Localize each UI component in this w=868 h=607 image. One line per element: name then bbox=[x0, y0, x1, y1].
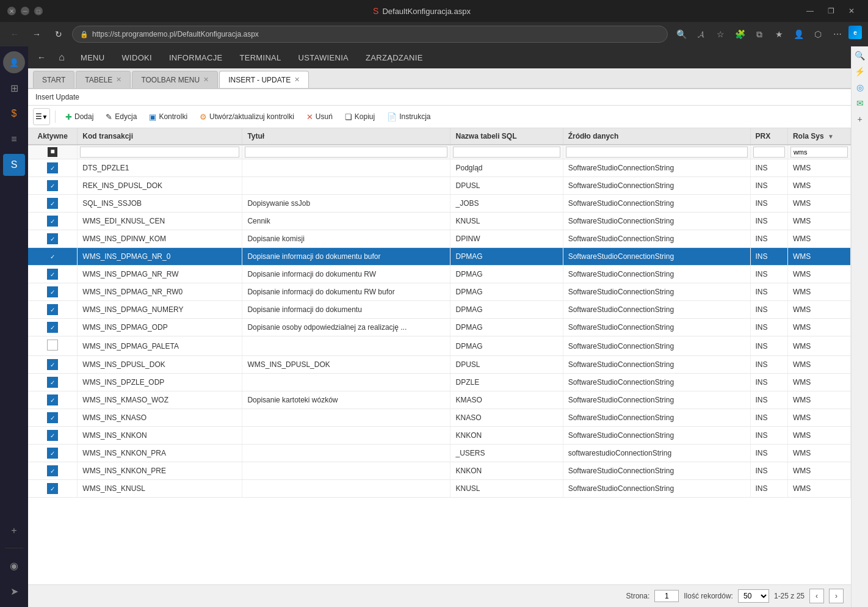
nav-home-btn[interactable]: ⌂ bbox=[52, 48, 71, 67]
maximize-window-btn[interactable]: □ bbox=[34, 7, 43, 15]
aktywne-checkbox[interactable]: ✓ bbox=[47, 216, 58, 227]
search-browser-btn[interactable]: 🔍 bbox=[673, 26, 690, 43]
tab-toolbar-close[interactable]: ✕ bbox=[203, 76, 209, 84]
sidebar-arrow-icon[interactable]: ➤ bbox=[3, 580, 25, 602]
utworz-button[interactable]: ⚙ Utwórz/aktualizuj kontrolki bbox=[195, 110, 299, 124]
rs-search-btn[interactable]: 🔍 bbox=[853, 49, 867, 62]
back-button[interactable]: ← bbox=[6, 26, 23, 43]
nav-widoki-item[interactable]: WIDOKI bbox=[114, 51, 159, 65]
rs-plus-btn[interactable]: + bbox=[853, 112, 867, 126]
edycja-button[interactable]: ✎ Edycja bbox=[101, 110, 142, 124]
table-row[interactable]: ✓WMS_INS_KNKONKNKONSoftwareStudioConnect… bbox=[28, 427, 851, 445]
aktywne-checkbox[interactable]: ✓ bbox=[47, 412, 58, 423]
extensions-btn[interactable]: 🧩 bbox=[731, 26, 748, 43]
table-row[interactable]: WMS_INS_DPMAG_PALETADPMAGSoftwareStudioC… bbox=[28, 336, 851, 356]
table-row[interactable]: ✓DTS_DPZLE1PodglądSoftwareStudioConnecti… bbox=[28, 159, 851, 177]
table-row[interactable]: ✓WMS_INS_KMASO_WOZDopisanie kartoteki wó… bbox=[28, 391, 851, 409]
nav-ustawienia-item[interactable]: USTAWIENIA bbox=[291, 51, 356, 65]
table-row[interactable]: ✓WMS_EDI_KNUSL_CENCennikKNUSLSoftwareStu… bbox=[28, 213, 851, 230]
aktywne-checkbox[interactable]: ✓ bbox=[47, 304, 58, 315]
kopiuj-button[interactable]: ❏ Kopiuj bbox=[340, 110, 380, 124]
split-view-btn[interactable]: ⧉ bbox=[751, 26, 768, 43]
profile-btn[interactable]: 👤 bbox=[790, 26, 807, 43]
instrukcja-button[interactable]: 📄 Instrukcja bbox=[382, 110, 435, 124]
aktywne-checkbox[interactable]: ✓ bbox=[47, 377, 58, 388]
filter-kod-input[interactable] bbox=[80, 147, 239, 158]
sidebar-avatar[interactable]: 👤 bbox=[3, 51, 25, 73]
sidebar-s-icon[interactable]: S bbox=[3, 154, 25, 176]
sidebar-grid-icon[interactable]: ⊞ bbox=[3, 77, 25, 99]
table-row[interactable]: ✓WMS_INS_DPMAG_NR_RW0Dopisanie informacj… bbox=[28, 283, 851, 301]
filter-zrodlo-input[interactable] bbox=[566, 147, 748, 158]
aktywne-checkbox[interactable]: ✓ bbox=[47, 251, 58, 262]
table-row[interactable]: ✓WMS_INS_KNUSLKNUSLSoftwareStudioConnect… bbox=[28, 480, 851, 498]
next-page-btn[interactable]: › bbox=[829, 589, 844, 603]
table-row[interactable]: ✓SQL_INS_SSJOBDopisywanie ssJob_JOBSSoft… bbox=[28, 195, 851, 213]
tab-toolbar-menu[interactable]: TOOLBAR MENU ✕ bbox=[132, 71, 218, 88]
table-row[interactable]: ✓WMS_INS_DPMAG_NUMERYDopisanie informacj… bbox=[28, 301, 851, 319]
aktywne-checkbox[interactable]: ✓ bbox=[47, 198, 58, 209]
table-row[interactable]: ✓WMS_INS_KNKON_PREKNKONSoftwareStudioCon… bbox=[28, 462, 851, 480]
filter-tytul-input[interactable] bbox=[245, 147, 447, 158]
minimize-window-btn[interactable]: ─ bbox=[21, 7, 29, 15]
aktywne-checkbox[interactable]: ✓ bbox=[47, 162, 58, 173]
filter-tabela-input[interactable] bbox=[453, 147, 560, 158]
aktywne-checkbox[interactable]: ✓ bbox=[47, 286, 58, 297]
prev-page-btn[interactable]: ‹ bbox=[809, 589, 824, 603]
nav-informacje-item[interactable]: INFORMACJE bbox=[162, 51, 230, 65]
table-row[interactable]: ✓REK_INS_DPUSL_DOKDPUSLSoftwareStudioCon… bbox=[28, 177, 851, 195]
rs-blue-btn[interactable]: ◎ bbox=[853, 81, 867, 94]
kontrolki-button[interactable]: ▣ Kontrolki bbox=[144, 110, 192, 124]
aktywne-checkbox[interactable]: ✓ bbox=[47, 483, 58, 494]
table-row[interactable]: ✓WMS_INS_DPUSL_DOKWMS_INS_DPUSL_DOKDPUSL… bbox=[28, 356, 851, 374]
nav-back-btn[interactable]: ← bbox=[33, 49, 50, 66]
page-number-input[interactable] bbox=[654, 590, 679, 602]
tab-insert-update[interactable]: INSERT - UPDATE ✕ bbox=[219, 71, 309, 88]
aktywne-checkbox[interactable]: ✓ bbox=[47, 359, 58, 370]
table-wrapper[interactable]: Aktywne Kod transakcji Tytuł Nazwa tabel… bbox=[28, 128, 851, 584]
nav-terminal-item[interactable]: TERMINAL bbox=[232, 51, 288, 65]
aktywne-checkbox[interactable]: ✓ bbox=[47, 465, 58, 476]
aktywne-checkbox[interactable]: ✓ bbox=[47, 394, 58, 405]
read-aloud-btn[interactable]: 𝓐 bbox=[692, 26, 709, 43]
nav-zarzadzanie-item[interactable]: ZARZĄDZANIE bbox=[358, 51, 430, 65]
table-row[interactable]: ✓WMS_INS_DPZLE_ODPDPZLESoftwareStudioCon… bbox=[28, 374, 851, 391]
more-btn[interactable]: ⋯ bbox=[829, 26, 846, 43]
aktywne-checkbox[interactable]: ✓ bbox=[47, 448, 58, 459]
table-row[interactable]: ✓WMS_INS_KNASOKNASOSoftwareStudioConnect… bbox=[28, 409, 851, 427]
tab-tabele-close[interactable]: ✕ bbox=[116, 76, 121, 84]
table-row[interactable]: ✓WMS_INS_DPMAG_NR_0Dopisanie informacji … bbox=[28, 248, 851, 266]
minimize-btn[interactable]: — bbox=[801, 5, 819, 17]
table-row[interactable]: ✓WMS_INS_DPINW_KOMDopisanie komisjiDPINW… bbox=[28, 230, 851, 248]
dodaj-button[interactable]: ✚ Dodaj bbox=[60, 110, 98, 124]
sidebar-dollar-icon[interactable]: $ bbox=[3, 103, 25, 125]
rs-orange-btn[interactable]: ⚡ bbox=[853, 65, 867, 78]
rs-green-btn[interactable]: ✉ bbox=[853, 96, 867, 110]
favorites-btn[interactable]: ☆ bbox=[712, 26, 729, 43]
tab-start[interactable]: START bbox=[33, 71, 74, 88]
tab-insert-close[interactable]: ✕ bbox=[294, 76, 300, 84]
aktywne-checkbox[interactable]: ✓ bbox=[47, 430, 58, 441]
records-per-page-select[interactable]: 10 25 50 100 bbox=[738, 589, 769, 603]
toolbar-menu-button[interactable]: ☰ ▼ bbox=[33, 108, 50, 125]
filter-rola-input[interactable] bbox=[790, 147, 848, 158]
aktywne-checkbox[interactable]: ✓ bbox=[47, 269, 58, 280]
sidebar-circle-icon[interactable]: ◉ bbox=[3, 554, 25, 576]
restore-btn[interactable]: ❐ bbox=[822, 5, 840, 17]
close-btn[interactable]: ✕ bbox=[842, 5, 861, 17]
table-row[interactable]: ✓WMS_INS_KNKON_PRA_USERSsoftwarestudioCo… bbox=[28, 445, 851, 462]
aktywne-checkbox[interactable]: ✓ bbox=[47, 322, 58, 333]
sidebar-menu-icon[interactable]: ≡ bbox=[3, 128, 25, 150]
usun-button[interactable]: ✕ Usuń bbox=[302, 110, 338, 124]
table-row[interactable]: ✓WMS_INS_DPMAG_ODPDopisanie osoby odpowi… bbox=[28, 319, 851, 336]
forward-button[interactable]: → bbox=[28, 26, 45, 43]
table-row[interactable]: ✓WMS_INS_DPMAG_NR_RWDopisanie informacji… bbox=[28, 266, 851, 283]
aktywne-checkbox[interactable]: ✓ bbox=[47, 180, 58, 191]
refresh-button[interactable]: ↻ bbox=[50, 26, 67, 43]
collections-btn[interactable]: ⬡ bbox=[809, 26, 826, 43]
sidebar-add-icon[interactable]: + bbox=[3, 520, 25, 542]
nav-menu-item[interactable]: MENU bbox=[73, 51, 112, 65]
bookmark-btn[interactable]: ★ bbox=[770, 26, 787, 43]
tab-tabele[interactable]: TABELE ✕ bbox=[76, 71, 131, 88]
aktywne-checkbox[interactable]: ✓ bbox=[47, 233, 58, 244]
